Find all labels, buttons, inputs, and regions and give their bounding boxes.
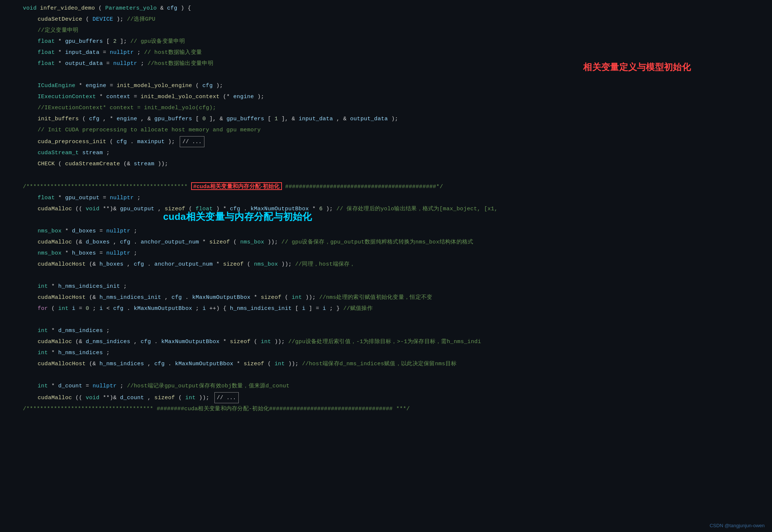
line-5: float * input_data = nullptr ; // host数据… — [0, 47, 772, 58]
inline-box-1: // ... — [180, 136, 204, 147]
code-line-15: CHECK ( cudaStreamCreate (& stream )); — [15, 159, 772, 169]
line-10: //IExecutionContext* context = init_mode… — [0, 103, 772, 114]
line-22: cudaMalloc (& d_boxes , cfg . anchor_out… — [0, 237, 772, 248]
code-line-33: cudaMallocHost (& h_nms_indices , cfg . … — [15, 359, 772, 369]
code-blank3: cuda相关变量与内存分配与初始化 — [15, 215, 772, 225]
line-19: cudaMalloc (( void **)& gpu_output , siz… — [0, 204, 772, 215]
code-blank6 — [15, 370, 772, 380]
param-type: Parameters_yolo — [105, 5, 157, 11]
code-line-12: // Init CUDA preprocessing to allocate h… — [15, 125, 772, 135]
code-line-18: float * gpu_output = nullptr ; — [15, 193, 772, 203]
line-blank6 — [0, 370, 772, 381]
line-32: int * h_nms_indices ; — [0, 348, 772, 359]
code-line-1: void infer_video_demo ( Parameters_yolo … — [15, 3, 772, 14]
inline-box-2: // ... — [214, 392, 239, 403]
line-30: int * d_nms_indices ; — [0, 325, 772, 336]
hash-annotation-box: #cuda相关变量和内存分配-初始化 — [191, 182, 282, 190]
line-blank5 — [0, 314, 772, 325]
code-hash2: /************************************* #… — [15, 404, 772, 414]
line-24: cudaMallocHost (& h_boxes , cfg . anchor… — [0, 259, 772, 270]
line-hash1: /***************************************… — [0, 181, 772, 193]
keyword-void: void — [23, 5, 37, 11]
code-blank1: 相关变量定义与模型初始化 — [15, 70, 772, 80]
code-line-4: float * gpu_buffers [ 2 ]; // gpu设备变量申明 — [15, 37, 772, 47]
code-line-13: cuda_preprocess_init ( cfg . maxinput );… — [15, 136, 772, 147]
line-blank3: cuda相关变量与内存分配与初始化 — [0, 215, 772, 226]
line-27: cudaMallocHost (& h_nms_indices_init , c… — [0, 292, 772, 303]
watermark: CSDN @tangjunjun-owen — [710, 523, 765, 528]
code-line-21: nms_box * d_boxes = nullptr ; — [15, 226, 772, 236]
hash2-mid: ########cuda相关变量和内存分配-初始化###############… — [157, 406, 393, 412]
paren2: ) { — [181, 5, 191, 11]
line-9: IExecutionContext * context = init_model… — [0, 91, 772, 103]
line-12: // Init CUDA preprocessing to allocate h… — [0, 125, 772, 136]
code-line-5: float * input_data = nullptr ; // host数据… — [15, 48, 772, 58]
code-line-28: for ( int i = 0 ; i < cfg . kMaxNumOutpu… — [15, 304, 772, 314]
line-11: init_buffers ( cfg , * engine , & gpu_bu… — [0, 114, 772, 125]
line-21: nms_box * d_boxes = nullptr ; — [0, 226, 772, 237]
line-8: ICudaEngine * engine = init_model_yolo_e… — [0, 80, 772, 91]
code-line-30: int * d_nms_indices ; — [15, 326, 772, 336]
line-blank4 — [0, 270, 772, 281]
ref: & — [160, 5, 167, 11]
code-line-11: init_buffers ( cfg , * engine , & gpu_bu… — [15, 114, 772, 124]
fn-cudaSetDevice: cudaSetDevice — [38, 16, 82, 23]
annotation-red-top: 相关变量定义与模型初始化 — [583, 62, 691, 72]
paren: ( — [99, 5, 102, 11]
code-line-2: cudaSetDevice ( DEVICE ); //选择GPU — [15, 14, 772, 25]
code-blank5 — [15, 315, 772, 325]
line-14: cudaStream_t stream ; — [0, 148, 772, 159]
line-13: cuda_preprocess_init ( cfg . maxinput );… — [0, 136, 772, 148]
code-hash1: /***************************************… — [15, 181, 772, 192]
code-blank4 — [15, 270, 772, 281]
hash-suffix: ########################################… — [285, 184, 443, 190]
code-line-14: cudaStream_t stream ; — [15, 148, 772, 158]
line-35: int * d_count = nullptr ; //host端记录gpu_o… — [0, 381, 772, 392]
code-line-24: cudaMallocHost (& h_boxes , cfg . anchor… — [15, 259, 772, 270]
line-31: cudaMalloc (& d_nms_indices , cfg . kMax… — [0, 336, 772, 348]
annotation-cyan-mid: cuda相关变量与内存分配与初始化 — [163, 211, 312, 222]
line-26: int * h_nms_indices_init ; — [0, 281, 772, 292]
line-2: cudaSetDevice ( DEVICE ); //选择GPU — [0, 14, 772, 25]
fn-name: infer_video_demo — [40, 5, 95, 11]
code-line-8: ICudaEngine * engine = init_model_yolo_e… — [15, 81, 772, 91]
hash2-suffix: ***/ — [396, 406, 410, 412]
line-1: void infer_video_demo ( Parameters_yolo … — [0, 3, 772, 14]
line-33: cudaMallocHost (& h_nms_indices , cfg . … — [0, 359, 772, 370]
code-line-10: //IExecutionContext* context = init_mode… — [15, 103, 772, 113]
code-line-22: cudaMalloc (& d_boxes , cfg . anchor_out… — [15, 237, 772, 248]
line-3: //定义变量申明 — [0, 25, 772, 36]
code-line-27: cudaMallocHost (& h_nms_indices_init , c… — [15, 293, 772, 303]
code-line-32: int * h_nms_indices ; — [15, 348, 772, 358]
code-line-31: cudaMalloc (& d_nms_indices , cfg . kMax… — [15, 337, 772, 347]
line-28: for ( int i = 0 ; i < cfg . kMaxNumOutpu… — [0, 303, 772, 314]
line-4: float * gpu_buffers [ 2 ]; // gpu设备变量申明 — [0, 36, 772, 47]
code-blank2 — [15, 170, 772, 180]
line-blank1: 相关变量定义与模型初始化 — [0, 69, 772, 80]
code-line-19: cudaMalloc (( void **)& gpu_output , siz… — [15, 204, 772, 214]
line-15: CHECK ( cudaStreamCreate (& stream )); — [0, 159, 772, 170]
line-18: float * gpu_output = nullptr ; — [0, 193, 772, 204]
code-line-9: IExecutionContext * context = init_model… — [15, 92, 772, 102]
param-name: cfg — [167, 5, 178, 11]
line-blank2 — [0, 170, 772, 181]
hash-prefix: /***************************************… — [23, 184, 187, 190]
code-line-36: cudaMalloc (( void **)& d_count , sizeof… — [15, 392, 772, 403]
code-container: void infer_video_demo ( Parameters_yolo … — [0, 0, 772, 532]
code-line-35: int * d_count = nullptr ; //host端记录gpu_o… — [15, 381, 772, 391]
line-23: nms_box * h_boxes = nullptr ; — [0, 248, 772, 259]
code-line-26: int * h_nms_indices_init ; — [15, 281, 772, 292]
line-36: cudaMalloc (( void **)& d_count , sizeof… — [0, 392, 772, 404]
code-line-3: //定义变量申明 — [15, 25, 772, 36]
and-text: and — [213, 127, 223, 133]
line-hash2: /************************************* #… — [0, 404, 772, 415]
code-line-23: nms_box * h_boxes = nullptr ; — [15, 248, 772, 259]
hash2-prefix: /************************************* — [23, 406, 153, 412]
